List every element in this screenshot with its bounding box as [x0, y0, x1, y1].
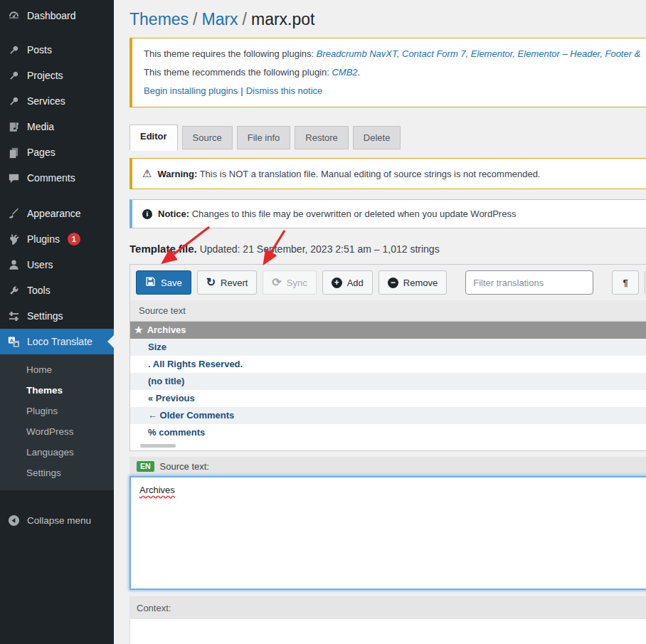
sidebar-item-label: Services	[27, 95, 65, 107]
breadcrumb-current: marx.pot	[251, 10, 314, 28]
plugin-link-breadcrumb-navxt[interactable]: Breadcrumb NavXT,	[317, 48, 400, 59]
source-text-editor[interactable]: Archives	[129, 476, 646, 590]
sidebar-item-label: Loco Translate	[27, 336, 92, 347]
source-text-column-header: Source text	[130, 300, 646, 322]
source-row[interactable]: ← Older Comments	[130, 407, 646, 424]
pilcrow-icon: ¶	[623, 278, 628, 288]
add-button[interactable]: + Add	[322, 270, 373, 295]
sidebar-item-comments[interactable]: Comments	[0, 165, 114, 191]
source-text-value: Archives	[139, 485, 175, 495]
translate-icon: Aa	[6, 334, 21, 349]
star-icon: ★	[134, 324, 143, 335]
source-row[interactable]: Size	[130, 339, 646, 356]
translation-editor-form: EN Source text: Archives Context:	[129, 457, 646, 644]
sidebar-item-dashboard[interactable]: Dashboard	[0, 0, 114, 28]
sidebar-item-settings[interactable]: Settings	[0, 303, 114, 329]
paintbrush-icon	[6, 206, 21, 221]
sidebar-item-services[interactable]: Services	[0, 88, 114, 114]
save-button[interactable]: Save	[136, 270, 191, 295]
filter-translations-input[interactable]	[465, 270, 593, 295]
plugin-link-cmb2[interactable]: CMB2	[332, 67, 357, 78]
pushpin-icon	[6, 43, 21, 57]
collapse-menu-button[interactable]: Collapse menu	[0, 507, 114, 533]
plugin-link-elementor-header-footer[interactable]: Elementor – Header, Footer &	[518, 48, 641, 59]
recommended-plugin-line: This theme recommends the following plug…	[144, 63, 646, 82]
sidebar-item-label: Pages	[27, 147, 55, 158]
submenu-item-wordpress[interactable]: WordPress	[0, 421, 114, 442]
begin-installing-plugins-link[interactable]: Begin installing plugins	[144, 85, 238, 96]
sync-icon: ⟳	[272, 277, 281, 288]
invisibles-toggle-button[interactable]: ¶	[612, 270, 639, 295]
list-horizontal-scrollbar[interactable]	[130, 441, 646, 450]
tab-file-info[interactable]: File info	[237, 126, 291, 149]
sidebar-item-pages[interactable]: Pages	[0, 139, 114, 165]
source-row[interactable]: % comments	[130, 424, 646, 441]
warning-triangle-icon: ⚠	[142, 167, 152, 180]
template-file-info: Template file. Updated: 21 September, 20…	[129, 243, 646, 255]
submenu-item-themes[interactable]: Themes	[0, 380, 114, 401]
warning-banner: ⚠ Warning: This is NOT a translation fil…	[129, 158, 646, 189]
wrench-icon	[6, 283, 21, 297]
source-row[interactable]: « Previous	[130, 390, 646, 407]
sidebar-item-label: Projects	[27, 70, 63, 81]
admin-sidebar: Dashboard Posts Projects Services Media …	[0, 0, 114, 644]
tab-delete[interactable]: Delete	[353, 126, 401, 149]
context-input[interactable]	[129, 619, 646, 644]
sidebar-item-label: Plugins	[27, 233, 60, 245]
collapse-arrow-icon	[6, 513, 21, 527]
breadcrumb-link-marx[interactable]: Marx	[201, 10, 238, 28]
source-text-label: Source text:	[160, 461, 209, 472]
sidebar-item-label: Dashboard	[27, 10, 76, 21]
dashboard-icon	[6, 9, 21, 23]
sidebar-item-label: Tools	[27, 285, 51, 296]
sidebar-item-appearance[interactable]: Appearance	[0, 201, 114, 226]
source-row[interactable]: (no title)	[130, 373, 646, 390]
breadcrumb-link-themes[interactable]: Themes	[129, 10, 189, 28]
pushpin-icon	[6, 94, 21, 108]
info-banner: i Notice: Changes to this file may be ov…	[129, 199, 646, 228]
remove-button[interactable]: − Remove	[378, 270, 447, 295]
plugin-link-contact-form-7[interactable]: Contact Form 7,	[402, 48, 468, 59]
sidebar-item-label: Users	[27, 259, 53, 270]
sync-button[interactable]: ⟳ Sync	[263, 270, 316, 295]
required-plugins-line: This theme requires the following plugin…	[144, 45, 646, 63]
sidebar-item-label: Comments	[27, 172, 75, 184]
comment-bubble-icon	[6, 171, 21, 185]
submenu-item-home[interactable]: Home	[0, 359, 114, 380]
sidebar-item-label: Posts	[27, 44, 52, 56]
submenu-item-languages[interactable]: Languages	[0, 442, 114, 463]
sidebar-item-media[interactable]: Media	[0, 114, 114, 139]
submenu-item-plugins[interactable]: Plugins	[0, 401, 114, 421]
sidebar-item-label: Media	[27, 121, 54, 132]
collapse-menu-label: Collapse menu	[27, 515, 91, 526]
sidebar-item-users[interactable]: Users	[0, 252, 114, 278]
source-row-selected[interactable]: ★Archives	[130, 322, 646, 339]
sidebar-item-loco-translate[interactable]: Aa Loco Translate	[0, 329, 114, 354]
plugin-icon	[6, 232, 21, 246]
file-tabs: Editor Source File info Restore Delete	[129, 125, 646, 149]
sidebar-item-plugins[interactable]: Plugins 1	[0, 226, 114, 252]
tab-editor[interactable]: Editor	[129, 125, 178, 151]
tab-restore[interactable]: Restore	[295, 126, 349, 149]
required-plugins-notice: This theme requires the following plugin…	[129, 38, 646, 107]
language-badge: EN	[137, 461, 154, 472]
tab-source[interactable]: Source	[182, 126, 233, 149]
plugin-notice-actions: Begin installing plugins|Dismiss this no…	[144, 82, 646, 100]
loco-translate-submenu: Home Themes Plugins WordPress Languages …	[0, 354, 114, 490]
editor-panel: Save ↻ Revert ⟳ Sync + Add − Remove ¶ </…	[129, 264, 646, 451]
dismiss-notice-link[interactable]: Dismiss this notice	[246, 85, 323, 96]
revert-button[interactable]: ↻ Revert	[197, 270, 258, 295]
user-icon	[6, 258, 21, 272]
pages-icon	[6, 145, 21, 159]
sidebar-item-tools[interactable]: Tools	[0, 278, 114, 303]
source-row[interactable]: . All Rights Reserved.	[130, 356, 646, 373]
scrollbar-thumb[interactable]	[140, 444, 176, 448]
sidebar-item-projects[interactable]: Projects	[0, 63, 114, 88]
pane-splitter[interactable]	[129, 590, 646, 596]
breadcrumb: Themes/Marx/marx.pot	[129, 10, 646, 29]
notice-text: Notice: Changes to this file may be over…	[158, 208, 516, 219]
sidebar-item-label: Settings	[27, 310, 63, 322]
submenu-item-settings[interactable]: Settings	[0, 463, 114, 483]
sidebar-item-posts[interactable]: Posts	[0, 37, 114, 63]
plugin-link-elementor[interactable]: Elementor,	[471, 48, 515, 59]
